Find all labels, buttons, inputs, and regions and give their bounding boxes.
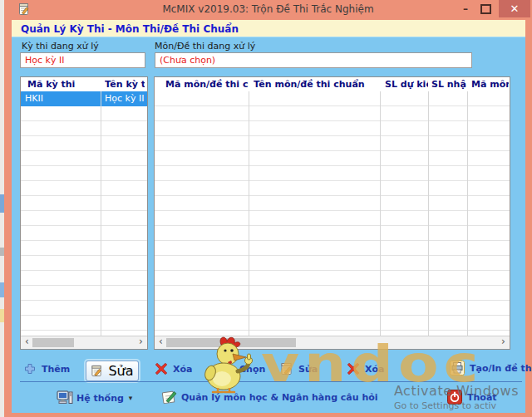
exam-table: Mã kỳ thi Tên kỳ thi HKII Học kỳ II ‹ ›: [20, 76, 148, 350]
scroll-left-icon[interactable]: ‹: [22, 336, 32, 348]
exam-delete-button[interactable]: Xóa: [155, 362, 192, 375]
exam-col-name: Tên kỳ thi: [105, 79, 145, 90]
subject-col-code2: Mã môn/đề: [471, 79, 509, 90]
exam-table-body[interactable]: HKII Học kỳ II: [21, 91, 147, 336]
exam-hscrollbar[interactable]: ‹ ›: [21, 336, 147, 349]
app-window: McMIX v2019.03: Trộn Đề Thi Trắc Nghiệm …: [4, 0, 532, 417]
form-header: Quản Lý Kỳ Thi - Môn Thi/Đề Thi Chuẩn: [12, 20, 525, 37]
column-divider: [249, 91, 249, 336]
exam-row-name: Học kỳ II: [105, 93, 144, 104]
red-x-icon: [347, 362, 360, 375]
subject-col-code: Mã môn/đề thi chuẩn: [165, 79, 249, 90]
plus-icon: [221, 362, 234, 375]
computer-icon: [57, 390, 71, 405]
subject-delete-button[interactable]: Xóa: [347, 362, 384, 375]
window-title: McMIX v2019.03: Trộn Đề Thi Trắc Nghiệm: [4, 3, 532, 15]
subject-col-entered: SL nhập: [431, 79, 466, 90]
scroll-thumb[interactable]: [166, 338, 296, 347]
exam-row-code: HKII: [25, 93, 43, 104]
edit-notepad-icon: [91, 365, 104, 378]
column-divider: [101, 91, 101, 336]
form-title: Quản Lý Kỳ Thi - Môn Thi/Đề Thi Chuẩn: [12, 21, 239, 35]
exam-table-header: Mã kỳ thi Tên kỳ thi: [21, 77, 147, 92]
exit-button[interactable]: Thoát: [447, 390, 497, 405]
close-button[interactable]: ✕: [499, 0, 530, 17]
subject-edit-button[interactable]: Sửa: [280, 362, 318, 375]
column-divider: [380, 91, 381, 336]
content-area: Kỳ thi đang xử lý Môn/Đề thi đang xử lý …: [12, 37, 525, 413]
title-bar: McMIX v2019.03: Trộn Đề Thi Trắc Nghiệm …: [4, 0, 532, 18]
scroll-left-icon[interactable]: ‹: [155, 336, 166, 348]
subject-table-header: Mã môn/đề thi chuẩn Tên môn/đề thi chuẩn…: [155, 77, 510, 92]
exam-label: Kỳ thi đang xử lý: [22, 41, 99, 52]
exam-selected-row[interactable]: HKII Học kỳ II: [21, 91, 147, 106]
minimize-button[interactable]: –: [457, 0, 474, 17]
maximize-button[interactable]: [477, 0, 494, 17]
exam-col-code: Mã kỳ thi: [27, 79, 101, 90]
column-divider: [428, 91, 429, 336]
dropdown-arrow-icon[interactable]: ▾: [129, 394, 133, 402]
create-print-exam-button[interactable]: Tạo/In đề thi: [450, 361, 532, 375]
pencil-note-icon: [161, 390, 176, 405]
subject-hscrollbar[interactable]: ‹ ›: [155, 336, 510, 349]
subject-select-button[interactable]: Chọn: [221, 362, 265, 375]
scroll-right-icon[interactable]: ›: [135, 336, 146, 348]
screen: McMIX v2019.03: Trộn Đề Thi Trắc Nghiệm …: [0, 0, 532, 417]
manage-subjects-button[interactable]: Quản lý môn học & Ngân hàng câu hỏi: [161, 390, 378, 405]
subject-col-name: Tên môn/đề thi chuẩn: [254, 79, 378, 90]
power-icon: [447, 390, 462, 405]
subject-label: Môn/Đề thi đang xử lý: [155, 41, 255, 52]
scroll-right-icon[interactable]: ›: [498, 336, 509, 348]
maximize-icon: [480, 4, 491, 14]
printer-icon: [450, 361, 465, 375]
red-x-icon: [155, 362, 168, 375]
edit-notepad-icon: [280, 362, 293, 375]
subject-col-expected: SL dự kiến: [385, 79, 428, 90]
current-exam-input[interactable]: [20, 52, 145, 68]
divider-line: [20, 381, 522, 382]
exam-edit-label: Sửa: [108, 363, 133, 379]
subject-table-body[interactable]: [155, 91, 510, 336]
exam-add-button[interactable]: Thêm: [23, 362, 70, 375]
subject-table: Mã môn/đề thi chuẩn Tên môn/đề thi chuẩn…: [154, 76, 510, 350]
system-menu-button[interactable]: Hệ thống ▾: [57, 390, 132, 405]
exam-edit-button[interactable]: Sửa: [86, 361, 139, 381]
scroll-thumb[interactable]: [32, 338, 74, 347]
current-subject-input[interactable]: [155, 52, 472, 68]
plus-icon: [23, 362, 37, 375]
column-divider: [467, 91, 468, 336]
